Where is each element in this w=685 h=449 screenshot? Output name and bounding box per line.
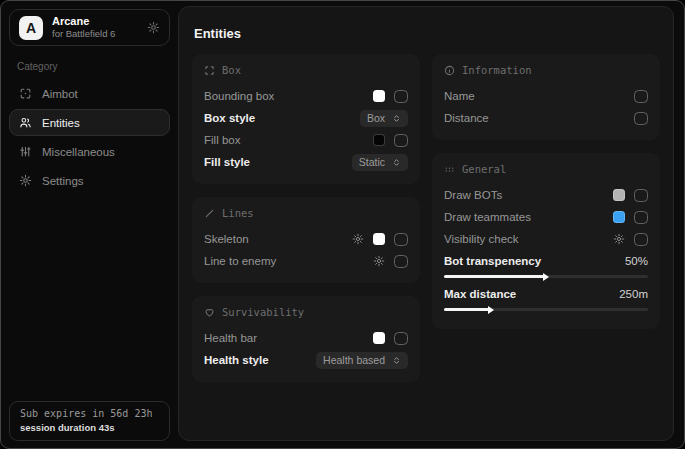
crosshair-icon xyxy=(19,87,32,100)
card-lines-header: Lines xyxy=(204,207,408,219)
right-column: Information Name Distance xyxy=(432,54,660,382)
sidebar-item-label: Aimbot xyxy=(42,88,78,100)
setting-label: Health bar xyxy=(204,332,257,344)
skeleton-settings-gear-icon[interactable] xyxy=(352,233,364,245)
visibility-settings-gear-icon[interactable] xyxy=(613,233,625,245)
slider-bot-transpenency: Bot transpenency 50% xyxy=(444,252,648,278)
box-corners-icon xyxy=(204,65,215,76)
info-icon xyxy=(444,65,455,76)
card-title: Lines xyxy=(222,207,254,219)
color-swatch[interactable] xyxy=(373,233,385,245)
name-checkbox[interactable] xyxy=(634,90,648,103)
setting-label: Draw teammates xyxy=(444,211,531,223)
card-title: General xyxy=(462,163,506,175)
card-survivability-header: Survivability xyxy=(204,306,408,318)
app-titles: Arcane for Battlefield 6 xyxy=(52,15,115,41)
slider-value: 50% xyxy=(625,255,648,267)
setting-row-skeleton: Skeleton xyxy=(204,228,408,250)
setting-row-health-bar: Health bar xyxy=(204,327,408,349)
card-title: Survivability xyxy=(222,306,304,318)
setting-label: Skeleton xyxy=(204,233,249,245)
bot-transpenency-slider[interactable] xyxy=(444,275,648,278)
slider-label: Max distance xyxy=(444,288,516,300)
card-general-header: General xyxy=(444,163,648,175)
sidebar-item-miscellaneous[interactable]: Miscellaneous xyxy=(9,138,170,165)
sidebar-item-settings[interactable]: Settings xyxy=(9,167,170,194)
card-lines: Lines Skeleton Line to enem xyxy=(192,197,420,283)
setting-label: Name xyxy=(444,90,475,102)
grid-icon xyxy=(444,164,455,175)
fill-box-checkbox[interactable] xyxy=(394,134,408,147)
users-icon xyxy=(19,116,32,129)
setting-label: Draw BOTs xyxy=(444,189,502,201)
card-title: Box xyxy=(222,64,241,76)
line-icon xyxy=(204,208,215,219)
setting-row-fill-box: Fill box xyxy=(204,129,408,151)
setting-row-health-style: Health style Health based xyxy=(204,349,408,371)
page-title: Entities xyxy=(194,26,660,41)
sidebar: A Arcane for Battlefield 6 Category Aimb xyxy=(1,1,178,448)
card-box-header: Box xyxy=(204,64,408,76)
draw-teammates-checkbox[interactable] xyxy=(634,211,648,224)
setting-label: Box style xyxy=(204,112,255,124)
gear-icon xyxy=(19,174,32,187)
visibility-check-checkbox[interactable] xyxy=(634,233,648,246)
sidebar-item-entities[interactable]: Entities xyxy=(9,109,170,136)
main-panel: Entities Box Bounding box xyxy=(178,6,674,441)
bounding-box-checkbox[interactable] xyxy=(394,90,408,103)
slider-thumb[interactable] xyxy=(543,273,549,281)
setting-label: Distance xyxy=(444,112,489,124)
chevron-up-down-icon xyxy=(392,158,401,167)
box-style-dropdown[interactable]: Box xyxy=(360,110,408,127)
setting-label: Visibility check xyxy=(444,233,519,245)
setting-label: Line to enemy xyxy=(204,255,276,267)
setting-row-box-style: Box style Box xyxy=(204,107,408,129)
health-bar-checkbox[interactable] xyxy=(394,332,408,345)
app-header: A Arcane for Battlefield 6 xyxy=(9,9,170,46)
color-swatch[interactable] xyxy=(613,189,625,201)
card-survivability: Survivability Health bar Health style He… xyxy=(192,296,420,382)
line-to-enemy-settings-gear-icon[interactable] xyxy=(373,255,385,267)
card-information: Information Name Distance xyxy=(432,54,660,140)
heart-icon xyxy=(204,307,215,318)
color-swatch[interactable] xyxy=(373,134,385,146)
setting-row-distance: Distance xyxy=(444,107,648,129)
app-subtitle: for Battlefield 6 xyxy=(52,28,115,40)
card-general: General Draw BOTs Draw teammates xyxy=(432,153,660,329)
line-to-enemy-checkbox[interactable] xyxy=(394,255,408,268)
skeleton-checkbox[interactable] xyxy=(394,233,408,246)
dropdown-value: Health based xyxy=(323,354,385,366)
draw-bots-checkbox[interactable] xyxy=(634,189,648,202)
card-information-header: Information xyxy=(444,64,648,76)
card-title: Information xyxy=(462,64,532,76)
setting-row-visibility-check: Visibility check xyxy=(444,228,648,250)
setting-row-line-to-enemy: Line to enemy xyxy=(204,250,408,272)
app-logo: A xyxy=(19,16,43,40)
sidebar-item-aimbot[interactable]: Aimbot xyxy=(9,80,170,107)
slider-thumb[interactable] xyxy=(488,306,494,314)
color-swatch[interactable] xyxy=(373,332,385,344)
health-style-dropdown[interactable]: Health based xyxy=(316,352,408,369)
app-name: Arcane xyxy=(52,15,115,29)
card-box: Box Bounding box Box style Box xyxy=(192,54,420,184)
setting-label: Health style xyxy=(204,354,269,366)
fill-style-dropdown[interactable]: Static xyxy=(352,154,408,171)
setting-row-fill-style: Fill style Static xyxy=(204,151,408,173)
setting-label: Bounding box xyxy=(204,90,274,102)
max-distance-slider[interactable] xyxy=(444,308,648,311)
subscription-info: Sub expires in 56d 23h session duration … xyxy=(9,401,170,441)
distance-checkbox[interactable] xyxy=(634,112,648,125)
color-swatch[interactable] xyxy=(613,211,625,223)
setting-label: Fill box xyxy=(204,134,240,146)
app-window: A Arcane for Battlefield 6 Category Aimb xyxy=(0,0,685,449)
setting-row-name: Name xyxy=(444,85,648,107)
sidebar-item-label: Entities xyxy=(42,117,80,129)
dropdown-value: Box xyxy=(367,112,385,124)
sliders-icon xyxy=(19,145,32,158)
setting-row-bounding-box: Bounding box xyxy=(204,85,408,107)
gear-icon[interactable] xyxy=(147,21,160,34)
setting-row-draw-teammates: Draw teammates xyxy=(444,206,648,228)
slider-max-distance: Max distance 250m xyxy=(444,285,648,311)
color-swatch[interactable] xyxy=(373,90,385,102)
chevron-up-down-icon xyxy=(392,356,401,365)
